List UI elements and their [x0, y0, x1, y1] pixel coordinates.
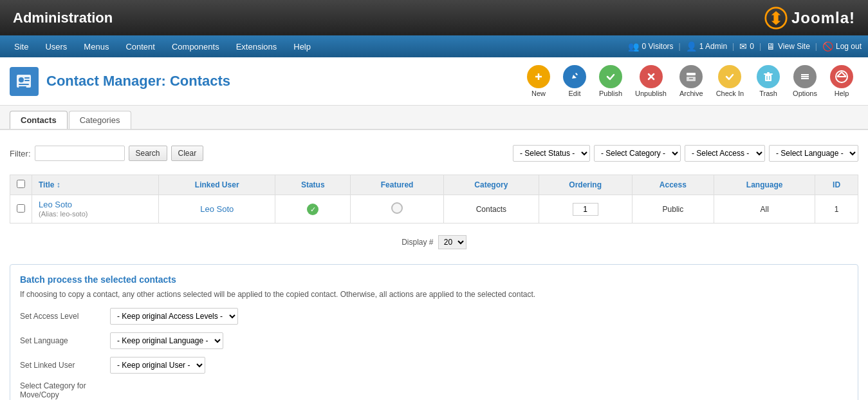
col-title[interactable]: Title ↕: [32, 175, 159, 195]
nav-content[interactable]: Content: [118, 38, 163, 55]
row-language: All: [714, 195, 815, 224]
nav-viewsite[interactable]: 🖥 View Site: [766, 41, 810, 52]
row-status: ✓: [275, 195, 351, 224]
checkin-button[interactable]: Check In: [711, 62, 749, 100]
search-button[interactable]: Search: [129, 146, 167, 161]
row-checkbox: [10, 195, 32, 224]
display-select[interactable]: 20: [438, 235, 466, 249]
archive-button[interactable]: Archive: [674, 62, 708, 100]
new-label: New: [531, 90, 546, 97]
edit-label: Edit: [568, 90, 580, 97]
nav-logout[interactable]: 🚫 Log out: [822, 41, 862, 52]
filter-right: - Select Status - - Select Category - - …: [513, 145, 858, 162]
svg-rect-2: [19, 77, 24, 82]
nav-sep-4: |: [815, 42, 817, 51]
batch-user-select[interactable]: - Keep original User -: [110, 357, 205, 374]
batch-language-select[interactable]: - Keep original Language -: [110, 332, 223, 349]
batch-access-select[interactable]: - Keep original Access Levels -: [110, 308, 238, 325]
page-title-area: Contact Manager: Contacts: [10, 67, 230, 96]
batch-row-category: Select Category for Move/Copy: [20, 381, 848, 399]
filter-left: Filter: Search Clear: [10, 146, 203, 161]
linked-user-link[interactable]: Leo Soto: [200, 204, 234, 214]
ordering-input[interactable]: 1: [573, 203, 598, 216]
admin-label: 1 Admin: [699, 42, 727, 51]
nav-sep-2: |: [732, 42, 734, 51]
col-access[interactable]: Access: [632, 175, 714, 195]
main-content: Filter: Search Clear - Select Status - -…: [0, 129, 868, 400]
svg-rect-26: [801, 76, 809, 77]
col-language[interactable]: Language: [714, 175, 815, 195]
access-select[interactable]: - Select Access -: [685, 145, 765, 162]
col-category[interactable]: Category: [444, 175, 539, 195]
help-button[interactable]: Help: [825, 62, 858, 100]
filter-bar: Filter: Search Clear - Select Status - -…: [10, 140, 858, 167]
svg-point-12: [605, 71, 616, 82]
options-button[interactable]: Options: [788, 62, 822, 100]
status-select[interactable]: - Select Status -: [513, 145, 590, 162]
svg-rect-3: [19, 84, 29, 85]
select-all-checkbox[interactable]: [17, 180, 25, 188]
nav-components[interactable]: Components: [164, 38, 227, 55]
row-access: Public: [632, 195, 714, 224]
nav-users[interactable]: Users: [37, 38, 75, 55]
col-ordering[interactable]: Ordering: [539, 175, 632, 195]
visitors-label: 0 Visitors: [642, 42, 673, 51]
nav-site[interactable]: Site: [6, 38, 36, 55]
viewsite-icon: 🖥: [766, 41, 775, 52]
nav-admin: 👤 1 Admin: [686, 41, 727, 52]
category-select[interactable]: - Select Category -: [594, 145, 681, 162]
joomla-text: Joomla!: [791, 9, 855, 27]
svg-rect-20: [765, 75, 771, 81]
new-icon: [527, 65, 550, 88]
col-status[interactable]: Status: [275, 175, 351, 195]
messages-icon: ✉: [739, 41, 747, 52]
col-linked-user[interactable]: Linked User: [159, 175, 275, 195]
help-label: Help: [835, 90, 849, 97]
header: Administration Joomla!: [0, 0, 868, 35]
filter-input[interactable]: [35, 146, 125, 161]
nav-help[interactable]: Help: [286, 38, 319, 55]
row-category: Contacts: [444, 195, 539, 224]
options-label: Options: [793, 90, 817, 97]
nav-menus[interactable]: Menus: [76, 38, 116, 55]
publish-button[interactable]: Publish: [594, 62, 627, 100]
row-title: Leo Soto (Alias: leo-soto): [32, 195, 159, 224]
tab-contacts[interactable]: Contacts: [10, 111, 68, 129]
batch-language-label: Set Language: [20, 336, 104, 345]
archive-label: Archive: [679, 90, 703, 97]
row-linked-user: Leo Soto: [159, 195, 275, 224]
svg-rect-16: [687, 73, 696, 75]
col-featured[interactable]: Featured: [351, 175, 444, 195]
navbar: Site Users Menus Content Components Exte…: [0, 35, 868, 57]
nav-menu: Site Users Menus Content Components Exte…: [6, 38, 319, 55]
row-id: 1: [815, 195, 858, 224]
visitors-icon: 👥: [628, 41, 639, 52]
svg-rect-27: [801, 78, 809, 79]
tab-categories[interactable]: Categories: [69, 111, 131, 129]
nav-sep-1: |: [679, 42, 681, 51]
nav-sep-3: |: [759, 42, 761, 51]
svg-rect-22: [767, 72, 770, 73]
nav-extensions[interactable]: Extensions: [228, 38, 285, 55]
tabs-container: Contacts Categories: [10, 111, 858, 129]
language-select[interactable]: - Select Language -: [769, 145, 858, 162]
contact-title-link[interactable]: Leo Soto: [39, 200, 72, 209]
filter-label: Filter:: [10, 149, 31, 158]
publish-icon: [599, 65, 622, 88]
batch-row-access: Set Access Level - Keep original Access …: [20, 308, 848, 325]
batch-category-label: Select Category for Move/Copy: [20, 381, 104, 399]
nav-visitors: 👥 0 Visitors: [628, 41, 673, 52]
new-button[interactable]: New: [522, 62, 555, 100]
trash-button[interactable]: Trash: [752, 62, 785, 100]
clear-button[interactable]: Clear: [171, 146, 204, 161]
page-icon: [10, 67, 39, 96]
svg-rect-25: [801, 74, 809, 75]
unpublish-button[interactable]: Unpublish: [630, 62, 672, 100]
display-row: Display # 20: [10, 230, 858, 254]
edit-button[interactable]: Edit: [558, 62, 591, 100]
row-select-checkbox[interactable]: [17, 204, 25, 213]
options-icon: [793, 65, 817, 88]
messages-label: 0: [750, 42, 754, 51]
edit-icon: [563, 65, 586, 88]
unpublish-label: Unpublish: [635, 90, 667, 97]
